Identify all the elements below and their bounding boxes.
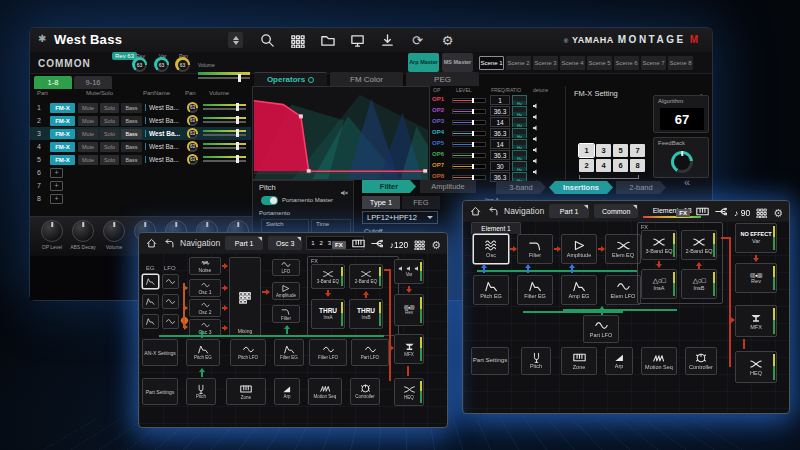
block-part-settings[interactable]: Part Settings — [142, 378, 178, 405]
block-heq[interactable]: HEQ — [394, 378, 424, 406]
algo-op-2[interactable]: 2 — [579, 159, 594, 172]
block-heq[interactable]: HEQ — [735, 351, 777, 383]
block-pitch-eg[interactable]: Pitch EG — [473, 275, 509, 305]
part-pan-knob[interactable]: 63 — [187, 154, 198, 165]
block-filter-eg[interactable]: Filter EG — [274, 339, 304, 366]
algo-op-6[interactable]: 6 — [613, 159, 628, 172]
block-lfo[interactable]: LFO — [272, 259, 300, 276]
common-label[interactable]: COMMON — [38, 58, 91, 69]
tab-amplitude[interactable]: Amplitude — [420, 180, 476, 193]
block-variation[interactable]: NO EFFECTVar — [735, 223, 777, 253]
block-part-settings[interactable]: Part Settings — [471, 347, 509, 375]
solo-button[interactable]: Solo — [100, 103, 119, 113]
block-amplitude[interactable]: Amplitude — [272, 282, 300, 300]
block-2-band-eq[interactable]: 2-Band EQ — [349, 264, 383, 289]
block-amp-eg[interactable]: Amp EG — [561, 275, 597, 305]
tab-osc-3[interactable]: Osc 3 — [268, 236, 302, 250]
part-volume-slider[interactable] — [203, 117, 246, 125]
algo-op-1[interactable]: 1 — [579, 144, 594, 157]
block-motion-seq[interactable]: Motion Seq — [308, 378, 342, 405]
part-row-4[interactable]: 4 FM-X Mute Solo Bass West Ba... 63 — [30, 140, 251, 153]
tab-filter[interactable]: Filter — [362, 180, 416, 193]
matrix-grid-icon[interactable] — [414, 236, 425, 254]
op-level-slider[interactable] — [452, 98, 486, 103]
tab-peg[interactable]: PEG — [406, 72, 479, 86]
settings-gear-icon[interactable]: ⚙ — [440, 33, 455, 48]
block-eg-2[interactable] — [142, 294, 159, 309]
step-up-icon[interactable] — [233, 36, 239, 40]
block-part-lfo[interactable]: Part LFO — [583, 315, 619, 343]
volume-handle[interactable] — [238, 74, 241, 82]
volume-knob[interactable] — [103, 220, 125, 242]
block-ins-a[interactable]: △○□InsA — [641, 269, 677, 299]
algo-op-8[interactable]: 8 — [630, 159, 645, 172]
home-icon[interactable] — [146, 238, 157, 249]
tab-type-1[interactable]: Type 1 — [362, 196, 400, 209]
block-filter[interactable]: Filter — [272, 305, 300, 323]
part-volume-slider[interactable] — [203, 143, 246, 151]
filter-type-dropdown[interactable]: LPF12+HPF12 — [362, 211, 438, 224]
solo-button[interactable]: Solo — [100, 155, 119, 165]
part-row-3-selected[interactable]: 3 FM-X Mute Solo Bass West Ba... 63 — [30, 127, 251, 140]
solo-button[interactable]: Solo — [100, 116, 119, 126]
part-name[interactable]: West Ba... — [145, 156, 185, 163]
op-freq-value[interactable]: 36.3 — [490, 106, 510, 116]
block-pitch[interactable]: Pitch — [186, 378, 216, 405]
block-filter[interactable]: Filter — [517, 234, 553, 264]
block-osc-2[interactable]: Osc 2 — [189, 299, 221, 317]
op3-row[interactable]: OP3 14 Hz — [430, 117, 565, 127]
live-set-grid-icon[interactable] — [290, 33, 305, 48]
osc-subtab-2[interactable]: 2 — [320, 240, 323, 246]
block-3-band-eq[interactable]: 3-Band EQ — [641, 230, 677, 260]
op6-row[interactable]: OP6 36.3 Hz — [430, 150, 565, 160]
op-level-slider[interactable] — [452, 153, 486, 158]
block-eg-3[interactable] — [142, 314, 159, 329]
op-level-slider[interactable] — [452, 131, 486, 136]
block-variation[interactable]: Var — [394, 259, 424, 284]
algo-op-4[interactable]: 4 — [596, 159, 611, 172]
part-pan-knob[interactable]: 63 — [187, 141, 198, 152]
block-arp[interactable]: Arp — [605, 347, 633, 375]
solo-button[interactable]: Solo — [100, 142, 119, 152]
search-icon[interactable] — [260, 33, 275, 48]
mute-button[interactable]: Mute — [78, 142, 98, 152]
op-freq-value[interactable]: 36.3 — [490, 128, 510, 138]
tab-common[interactable]: Common — [594, 204, 638, 218]
settings-gear-icon[interactable]: ⚙ — [773, 208, 783, 219]
ms-master-button[interactable]: MS Master — [442, 53, 473, 72]
rev-knob[interactable]: 63 — [132, 57, 147, 72]
block-pitch[interactable]: Pitch — [521, 347, 551, 375]
block-part-lfo[interactable]: Part LFO — [351, 339, 389, 366]
scene-3-button[interactable]: Scene 3 — [533, 56, 558, 70]
part-row-5[interactable]: 5 FM-X Mute Solo Bass West Ba... 63 — [30, 153, 251, 166]
add-part-button[interactable]: + — [50, 194, 63, 204]
display-window-icon[interactable] — [350, 33, 365, 48]
block-elem-eq[interactable]: Elem EQ — [605, 234, 641, 264]
algo-op-5[interactable]: 5 — [613, 144, 628, 157]
operator-envelope-graph[interactable] — [252, 86, 430, 180]
part-row-1[interactable]: 1 FM-X Mute Solo Bass West Ba... 63 — [30, 101, 251, 114]
part-pan-knob[interactable]: 63 — [187, 102, 198, 113]
abs-decay-knob[interactable] — [72, 220, 94, 242]
op-freq-value[interactable]: 14 — [490, 139, 510, 149]
fx-badge[interactable]: FX — [676, 209, 690, 217]
op-freq-value[interactable]: 1 — [490, 95, 510, 105]
block-filter-eg[interactable]: Filter EG — [517, 275, 553, 305]
block-pitch-eg[interactable]: Pitch EG — [186, 339, 220, 366]
scene-4-button[interactable]: Scene 4 — [560, 56, 585, 70]
op2-row[interactable]: OP2 36.3 Hz — [430, 106, 565, 116]
tab-insertions[interactable]: Insertions — [549, 181, 613, 194]
step-down-icon[interactable] — [233, 41, 239, 45]
block-2-band-eq[interactable]: 2-Band EQ — [681, 230, 717, 260]
back-return-icon[interactable] — [488, 206, 499, 217]
home-icon[interactable] — [470, 206, 481, 217]
osc-subtab-3[interactable]: 3 — [328, 240, 331, 246]
block-eg-1[interactable] — [142, 274, 159, 289]
block-filter-lfo[interactable]: Filter LFO — [309, 339, 347, 366]
block-mixing[interactable]: Mixing — [229, 257, 261, 337]
part-name[interactable]: West Ba... — [145, 143, 185, 150]
op-freq-value[interactable]: 30 — [490, 161, 510, 171]
osc-subtab-1[interactable]: 1 — [311, 240, 314, 246]
block-motion-seq[interactable]: Motion Seq — [641, 347, 677, 375]
algo-op-3[interactable]: 3 — [596, 144, 611, 157]
